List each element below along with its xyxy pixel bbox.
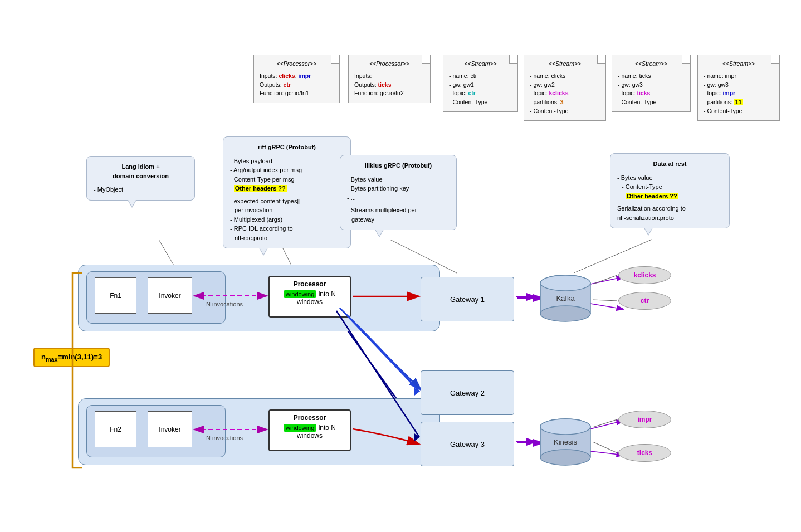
invoker1-label: Invoker — [159, 292, 180, 300]
invoker2-label: Invoker — [159, 426, 180, 433]
invoker2-box: Invoker — [148, 411, 192, 447]
note-stk-stereo: <<Stream>> — [618, 60, 685, 69]
bubble-lang-idiom: Lang idiom +domain conversion - MyObject — [86, 156, 195, 201]
processor1-label: Processor — [274, 280, 345, 288]
diagram: <<Processor>> Inputs: clicks, impr Outpu… — [0, 0, 801, 532]
gateway3-label: Gateway 3 — [450, 440, 485, 448]
svg-line-51 — [593, 442, 617, 453]
bubble-liiklus-content: - Bytes value - Bytes partitioning key -… — [347, 175, 450, 224]
invoker1-box: Invoker — [148, 277, 192, 314]
svg-point-27 — [540, 306, 590, 321]
note-p2-stereotype: <<Processor>> — [354, 60, 424, 69]
n-invocations-2: N invocations — [206, 435, 243, 441]
nmax-label: nmax=min(3,11)=3 — [41, 353, 102, 361]
badge-ticks-label: ticks — [637, 449, 652, 457]
svg-text:Kafka: Kafka — [556, 294, 575, 302]
windowing1-label: windowing — [284, 290, 316, 298]
note-p1-outputs: Outputs: ctr — [260, 81, 334, 90]
bubble-liiklus-title: liiklus gRPC (Protobuf) — [347, 161, 450, 170]
badge-kclicks: kclicks — [618, 266, 671, 284]
processor1-box: Processor windowing into Nwindows — [268, 276, 351, 318]
note-p1-stereotype: <<Processor>> — [260, 60, 334, 69]
note-processor2: <<Processor>> Inputs: Outputs: ticks Fun… — [348, 55, 431, 103]
bubble-dar-content: - Bytes value - Content-Type - Other hea… — [617, 173, 722, 223]
note-p2-outputs: Outputs: ticks — [354, 81, 424, 90]
svg-point-35 — [540, 419, 590, 435]
fn2-label: Fn2 — [110, 426, 121, 433]
badge-ticks: ticks — [618, 444, 671, 462]
note-p1-function: Function: gcr.io/fn1 — [260, 89, 334, 98]
fn1-box: Fn1 — [95, 277, 136, 314]
badge-kclicks-label: kclicks — [633, 271, 656, 279]
svg-point-28 — [540, 275, 590, 291]
bubble-riff-grpc: riff gRPC (Protobuf) - Bytes payload - A… — [223, 136, 351, 248]
badge-ctr-label: ctr — [641, 297, 649, 305]
processor2-label: Processor — [274, 414, 345, 422]
badge-ctr: ctr — [618, 292, 671, 310]
bubble-lang-title: Lang idiom +domain conversion — [94, 162, 188, 180]
note-sclk-stereo: <<Stream>> — [530, 60, 600, 69]
fn1-label: Fn1 — [110, 292, 121, 300]
bubble-riff-title: riff gRPC (Protobuf) — [230, 143, 344, 152]
bubble-liiklus-grpc: liiklus gRPC (Protobuf) - Bytes value - … — [340, 155, 457, 230]
gateway1-box: Gateway 1 — [421, 277, 514, 321]
svg-line-48 — [593, 275, 617, 284]
note-p1-inputs: Inputs: clicks, impr — [260, 72, 334, 81]
bubble-dar-title: Data at rest — [617, 159, 722, 169]
processor2-box: Processor windowing into Nwindows — [268, 409, 351, 451]
kinesis-cylinder: Kinesis — [538, 417, 593, 467]
svg-line-50 — [593, 419, 617, 427]
bubble-riff-content: - Bytes payload - Arg/output index per m… — [230, 157, 344, 243]
gateway2-box: Gateway 2 — [421, 370, 514, 415]
n-invocations-1: N invocations — [206, 301, 243, 308]
kafka-cylinder: Kafka — [538, 273, 593, 323]
fn2-box: Fn2 — [95, 411, 136, 447]
badge-impr-label: impr — [637, 416, 652, 423]
note-stream-ticks: <<Stream>> - name: ticks - gw: gw3 - top… — [612, 55, 691, 112]
badge-impr: impr — [618, 411, 671, 428]
nmax-badge: nmax=min(3,11)=3 — [33, 348, 110, 367]
note-p2-function: Function: gcr.io/fn2 — [354, 89, 424, 98]
svg-line-49 — [593, 300, 617, 301]
svg-point-34 — [540, 450, 590, 465]
gateway2-label: Gateway 2 — [450, 389, 485, 397]
note-stream-ctr: <<Stream>> - name: ctr - gw: gw1 - topic… — [443, 55, 518, 112]
gateway1-label: Gateway 1 — [450, 295, 485, 304]
note-stream-impr: <<Stream>> - name: impr - gw: gw3 - topi… — [697, 55, 780, 121]
note-simpr-stereo: <<Stream>> — [704, 60, 774, 69]
svg-marker-52 — [414, 388, 419, 396]
note-processor1: <<Processor>> Inputs: clicks, impr Outpu… — [253, 55, 340, 103]
svg-line-16 — [590, 304, 624, 309]
bubble-lang-content: - MyObject — [94, 185, 188, 194]
gateway3-box: Gateway 3 — [421, 422, 514, 466]
svg-text:Kinesis: Kinesis — [554, 438, 577, 446]
windowing2-label: windowing — [284, 424, 316, 432]
bubble-data-at-rest: Data at rest - Bytes value - Content-Typ… — [610, 153, 730, 228]
svg-line-15 — [590, 277, 624, 284]
note-p2-inputs: Inputs: — [354, 72, 424, 81]
note-stream-clicks: <<Stream>> - name: clicks - gw: gw2 - to… — [524, 55, 606, 121]
note-sc-stereo: <<Stream>> — [449, 60, 512, 69]
